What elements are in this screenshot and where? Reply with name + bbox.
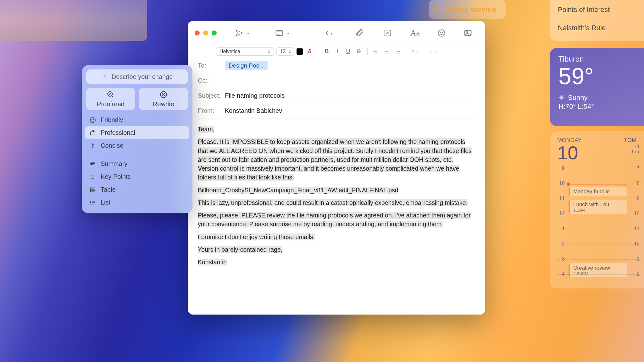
to-label: To: xyxy=(198,62,220,69)
paperclip-icon xyxy=(355,29,364,37)
minimize-button[interactable] xyxy=(203,30,208,36)
svg-point-18 xyxy=(91,202,91,203)
circle-icon xyxy=(434,6,440,13)
reminder-item-poi[interactable]: Points of Interest xyxy=(558,6,636,14)
zoom-button[interactable] xyxy=(212,30,217,36)
svg-rect-5 xyxy=(465,30,471,35)
bold-button[interactable]: B xyxy=(323,48,331,55)
list-icon xyxy=(89,199,96,206)
proofread-button[interactable]: Proofread xyxy=(86,88,135,110)
align-center-button[interactable] xyxy=(383,49,391,54)
reminder-item-naismith[interactable]: Naismith's Rule xyxy=(558,24,636,32)
cal-hour: 12 xyxy=(557,211,565,217)
chevron-down-icon[interactable]: ⌄ xyxy=(246,30,250,35)
chevron-down-icon[interactable]: ⌄ xyxy=(286,30,290,35)
stepper-icon: ▲▼ xyxy=(268,49,270,54)
reminder-label: Points of Interest xyxy=(558,6,610,14)
menu-label: Key Points xyxy=(101,173,131,180)
align-right-button[interactable] xyxy=(393,49,402,54)
format-keypoints[interactable]: Key Points xyxy=(85,170,189,183)
subject-field-row[interactable]: Subject: File naming protocols xyxy=(198,88,475,103)
format-list[interactable]: List xyxy=(85,196,189,209)
svg-point-3 xyxy=(440,32,441,32)
list-button[interactable]: ⌄ xyxy=(411,49,419,54)
format-button[interactable]: Aa xyxy=(408,27,423,39)
italic-button[interactable]: I xyxy=(333,48,341,55)
table-icon xyxy=(89,186,96,193)
font-family-select[interactable]: Helvetica ▲▼ xyxy=(216,47,274,56)
reply-arrow-icon xyxy=(325,29,333,37)
divider xyxy=(318,48,318,55)
cal-hour: 11 xyxy=(557,196,565,201)
reply-button[interactable] xyxy=(321,27,336,39)
indent-button[interactable]: ⌄ xyxy=(430,49,438,54)
cal-hour: 9 xyxy=(557,166,565,171)
underline-button[interactable]: U xyxy=(344,48,352,55)
tone-professional[interactable]: Professional xyxy=(85,126,189,139)
keypoints-icon xyxy=(89,173,96,180)
close-button[interactable] xyxy=(195,30,200,36)
cal-event-lunch[interactable]: Lunch with Lou 11AM xyxy=(569,200,627,214)
weather-hilo: H:70° L:54° xyxy=(558,102,635,111)
cc-label: Cc: xyxy=(198,77,220,84)
rewrite-label: Rewrite xyxy=(153,101,174,108)
divider xyxy=(367,48,368,55)
strike-button[interactable]: S xyxy=(355,48,363,55)
cal-event-huddle[interactable]: Monday huddle xyxy=(569,187,627,196)
recipient-pill[interactable]: Design Pod⌄ xyxy=(225,61,268,70)
svg-rect-16 xyxy=(91,188,95,192)
from-field-row[interactable]: From: Konstantin Babichev xyxy=(198,103,475,118)
mail-compose-window: ⌄ ⌄ Aa xyxy=(188,21,485,315)
cal-hour: 2 xyxy=(557,241,565,247)
to-field-row[interactable]: To: Design Pod⌄ xyxy=(198,58,475,73)
emoji-button[interactable] xyxy=(434,27,449,39)
svg-point-19 xyxy=(91,204,91,204)
from-label: From: xyxy=(198,107,220,114)
markup-button[interactable] xyxy=(380,27,395,39)
calendar-widget[interactable]: MONDAY TOM 10 Tri 1 m 97 10 Monday huddl… xyxy=(550,131,644,288)
now-indicator-line xyxy=(569,184,627,184)
format-summary[interactable]: Summary xyxy=(85,157,189,170)
calendar-trip-hint: Tri xyxy=(631,144,639,149)
font-size-select[interactable]: 12 ▲▼ xyxy=(276,47,294,56)
text-format-icon: Aa xyxy=(410,28,420,38)
describe-change-input[interactable]: Describe your change xyxy=(86,69,188,84)
svg-point-14 xyxy=(93,119,94,119)
menu-label: Table xyxy=(101,186,116,193)
photo-button[interactable] xyxy=(460,27,475,39)
text-color-swatch[interactable] xyxy=(297,48,303,55)
rewrite-icon xyxy=(159,90,168,99)
align-left-button[interactable] xyxy=(372,49,380,54)
cal-hour-r: 1 xyxy=(637,256,640,262)
clear-style-button[interactable]: A̸ xyxy=(305,48,314,55)
tone-concise[interactable]: Concise xyxy=(85,139,189,152)
tone-friendly[interactable]: Friendly xyxy=(85,113,189,126)
message-body[interactable]: Team, Please. It is IMPOSSIBLE to keep a… xyxy=(188,118,485,273)
header-fields-button[interactable] xyxy=(272,27,287,39)
attach-button[interactable] xyxy=(352,27,367,39)
describe-change-placeholder: Describe your change xyxy=(112,73,173,80)
weather-condition: ☀︎ Sunny xyxy=(558,94,635,102)
reminder-meeting-cadence[interactable]: Meeting cadence xyxy=(429,0,506,19)
body-p7: Yours in barely-contained rage, xyxy=(198,246,282,253)
svg-point-2 xyxy=(438,30,445,36)
cc-field-row[interactable]: Cc: xyxy=(198,73,475,88)
body-p6: I promise I don't enjoy writing these em… xyxy=(198,233,315,240)
weather-condition-text: Sunny xyxy=(568,94,587,102)
briefcase-icon xyxy=(89,129,96,136)
recipient-name: Design Pod xyxy=(229,62,259,69)
body-p3: Billboard_CrosbySt_NewCampaign_Final_v81… xyxy=(198,187,398,194)
cal-hour-r: 9 xyxy=(637,196,640,201)
subject-value: File naming protocols xyxy=(225,92,285,99)
send-button[interactable] xyxy=(232,27,247,39)
font-size-value: 12 xyxy=(280,49,286,54)
cal-hour-r: 10 xyxy=(634,211,640,217)
rewrite-button[interactable]: Rewrite xyxy=(139,88,188,110)
menu-label: Friendly xyxy=(101,116,123,123)
svg-point-4 xyxy=(442,32,443,32)
weather-widget[interactable]: Tiburon 59° ☀︎ Sunny H:70° L:54° xyxy=(550,48,644,126)
weather-location: Tiburon xyxy=(558,55,635,63)
chevron-down-icon[interactable]: ⌄ xyxy=(475,30,478,35)
format-table[interactable]: Table xyxy=(85,183,189,196)
markup-icon xyxy=(383,29,392,37)
